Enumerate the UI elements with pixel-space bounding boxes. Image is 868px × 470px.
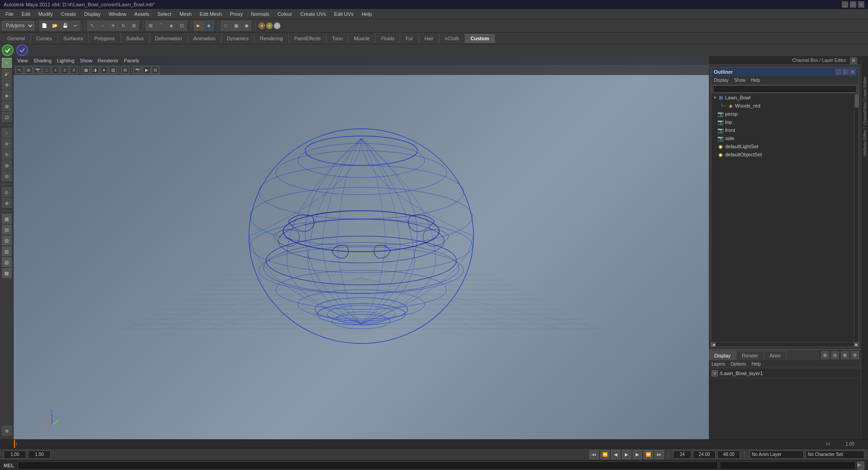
play-forward-btn[interactable]: ▶ <box>622 450 631 459</box>
layer-options-btn[interactable]: ⊟ <box>831 351 839 359</box>
outliner-close-btn[interactable]: × <box>849 69 856 75</box>
tab-hair[interactable]: Hair <box>419 34 439 43</box>
tool5-btn[interactable]: ⊠ <box>2 101 12 111</box>
current-frame-marker[interactable] <box>14 440 15 448</box>
tab-ncloth[interactable]: nCloth <box>439 34 465 43</box>
anim2-layer-btn[interactable]: ▧ <box>2 246 12 256</box>
move-btn[interactable]: ✛ <box>108 21 118 31</box>
tab-surfaces[interactable]: Surfaces <box>58 34 89 43</box>
hscroll-right-btn[interactable]: ▶ <box>854 343 859 347</box>
save-btn[interactable]: 💾 <box>60 21 70 31</box>
vp-smooth2-btn[interactable]: 2 <box>61 66 69 74</box>
outliner-menu-display[interactable]: Display <box>714 78 729 83</box>
light3-btn[interactable]: ● <box>274 22 281 29</box>
snap-grid-btn[interactable]: ⊞ <box>146 21 156 31</box>
status-expand-btn[interactable]: ▶ <box>857 461 864 470</box>
menu-assets[interactable]: Assets <box>131 10 153 18</box>
menu-normals[interactable]: Normals <box>247 10 273 18</box>
outliner-max-btn[interactable]: □ <box>842 69 849 75</box>
open-btn[interactable]: 📂 <box>50 21 60 31</box>
scale-btn[interactable]: ⊞ <box>129 21 139 31</box>
menu-edit-uvs[interactable]: Edit UVs <box>330 10 357 18</box>
menu-file[interactable]: File <box>2 10 17 18</box>
snap-view-btn[interactable]: ⊡ <box>177 21 187 31</box>
tab-fluids[interactable]: Fluids <box>376 34 400 43</box>
step-forward-btn[interactable]: ⏩ <box>644 450 653 459</box>
current-frame-field[interactable] <box>28 451 51 459</box>
scale-tool-btn[interactable]: ⊞ <box>2 160 12 170</box>
menu-create[interactable]: Create <box>57 10 80 18</box>
render-btn[interactable]: ▶ <box>193 21 203 31</box>
layer-item-lawn-bowl[interactable]: V /Lawn_Bowl_layer1 <box>709 368 861 378</box>
tab-rendering[interactable]: Rendering <box>255 34 289 43</box>
vp-shade2-btn[interactable]: ● <box>100 66 108 74</box>
vp-select-btn[interactable]: ↖ <box>15 66 24 74</box>
menu-proxy[interactable]: Proxy <box>226 10 246 18</box>
texture-btn[interactable]: ▦ <box>231 21 241 31</box>
tab-animation[interactable]: Animation <box>188 34 222 43</box>
layer4-btn[interactable]: ▩ <box>2 268 12 278</box>
outliner-item-persp[interactable]: ▶ 📷 persp <box>711 110 854 118</box>
vp-menu-lighting[interactable]: Lighting <box>57 58 75 63</box>
anim-layer-btn[interactable]: ▥ <box>2 235 12 245</box>
vp-tex-btn[interactable]: ▧ <box>109 66 117 74</box>
layer-settings-btn[interactable]: ⚙ <box>851 351 859 359</box>
vp-menu-panels[interactable]: Panels <box>124 58 139 63</box>
end-frame-field[interactable] <box>673 451 691 459</box>
outliner-vscrollbar[interactable] <box>854 94 859 342</box>
tab-render[interactable]: Render <box>736 351 764 360</box>
vp-menu-view[interactable]: View <box>17 58 28 63</box>
prev-frame-btn[interactable]: ◀ <box>611 450 620 459</box>
display-layer-btn[interactable]: ▦ <box>2 214 12 224</box>
outliner-item-front[interactable]: ▶ 📷 front <box>711 126 854 134</box>
menu-colour[interactable]: Colour <box>274 10 296 18</box>
render-layer-btn[interactable]: ▤ <box>2 225 12 235</box>
new-scene-btn[interactable]: 📄 <box>39 21 49 31</box>
vp-iso-btn[interactable]: □ <box>42 66 51 74</box>
lasso-tool-btn[interactable]: ○ <box>2 128 12 138</box>
char-set-field[interactable] <box>806 451 864 459</box>
tab-general[interactable]: General <box>2 34 31 43</box>
tab-polygons[interactable]: Polygons <box>89 34 120 43</box>
vp-menu-show[interactable]: Show <box>80 58 93 63</box>
show-manip-btn[interactable]: ⊕ <box>2 198 12 208</box>
rotate-btn[interactable]: ↻ <box>118 21 128 31</box>
tab-anim[interactable]: Anim <box>764 351 787 360</box>
go-to-end-btn[interactable]: ⏭ <box>655 450 664 459</box>
soft-select-btn[interactable]: ◎ <box>2 187 12 197</box>
outliner-item-lawn-bowl[interactable]: ▼ ⊞ Lawn_Bowl <box>711 94 854 102</box>
light1-btn[interactable]: ● <box>258 22 265 29</box>
outliner-item-defaultlightset[interactable]: ▶ ◉ defaultLightSet <box>711 142 854 150</box>
outliner-item-side[interactable]: ▶ 📷 side <box>711 134 854 142</box>
vp-grid-btn[interactable]: ⊞ <box>121 66 129 74</box>
rotate-tool-btn[interactable]: ↻ <box>2 150 12 160</box>
vp-hud-btn[interactable]: ⊟ <box>151 66 160 74</box>
tab-fur[interactable]: Fur <box>400 34 419 43</box>
menu-edit[interactable]: Edit <box>18 10 34 18</box>
vp-camera-btn[interactable]: 📷 <box>33 66 42 74</box>
select-btn[interactable]: ↖ <box>87 21 97 31</box>
vp-shade-btn[interactable]: ◑ <box>91 66 99 74</box>
menu-select[interactable]: Select <box>154 10 175 18</box>
select-tool-btn[interactable]: ↖ <box>2 58 12 68</box>
outliner-item-woods-red[interactable]: └─ ◈ Woods_red <box>711 102 854 110</box>
menu-create-uvs[interactable]: Create UVs <box>297 10 330 18</box>
anim-layer-field[interactable] <box>750 451 804 459</box>
tool3-btn[interactable]: ⊕ <box>2 80 12 89</box>
step-back-btn[interactable]: ⏪ <box>600 450 609 459</box>
transform-tool-btn[interactable]: ⊟ <box>2 171 12 181</box>
minimize-button[interactable]: _ <box>842 1 848 8</box>
next-frame-btn[interactable]: ▶ <box>633 450 642 459</box>
go-to-start-btn[interactable]: ⏮ <box>590 450 599 459</box>
menu-modify[interactable]: Modify <box>35 10 57 18</box>
vp-menu-renderer[interactable]: Renderer <box>98 58 118 63</box>
tool6-btn[interactable]: ⊡ <box>2 112 12 122</box>
snap-curve-btn[interactable]: ⌒ <box>156 21 166 31</box>
expand-arrow[interactable]: ▼ <box>713 95 717 100</box>
lower-menu-help[interactable]: Help <box>751 362 761 367</box>
tool4-btn[interactable]: ◈ <box>2 90 12 100</box>
outliner-search-input[interactable] <box>713 85 857 93</box>
tab-toon[interactable]: Toon <box>326 34 349 43</box>
start-frame-field[interactable] <box>4 451 26 459</box>
undo-btn[interactable]: ↩ <box>71 21 80 31</box>
